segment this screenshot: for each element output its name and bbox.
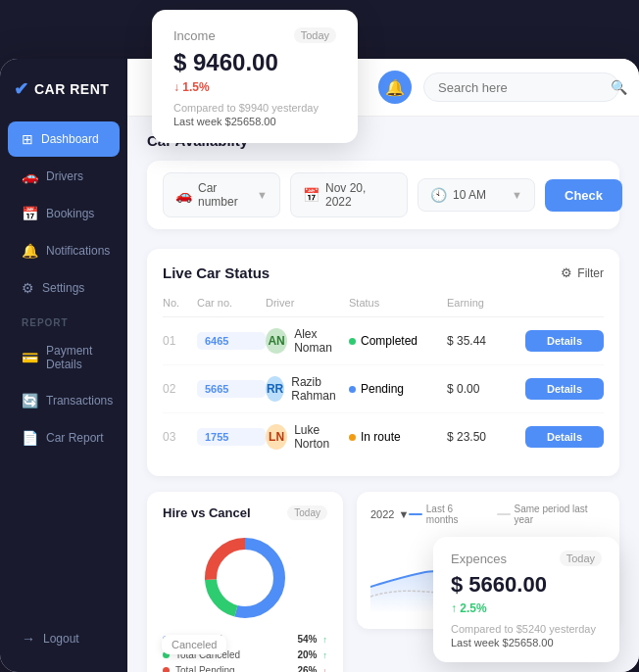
legend-last6: Last 6 months bbox=[409, 504, 485, 525]
drivers-label: Drivers bbox=[46, 169, 83, 183]
sidebar-item-settings[interactable]: ⚙ Settings bbox=[8, 270, 120, 306]
expenses-title: Expences bbox=[451, 552, 507, 566]
live-status-section: Live Car Status ⚙ Filter No. Car no. Dri… bbox=[147, 249, 619, 476]
sidebar-item-notifications[interactable]: 🔔 Notifications bbox=[8, 233, 120, 268]
row3-earning: $ 23.50 bbox=[447, 430, 525, 444]
filter-button[interactable]: ⚙ Filter bbox=[561, 265, 604, 280]
settings-label: Settings bbox=[42, 281, 84, 295]
sidebar-item-car-report[interactable]: 📄 Car Report bbox=[8, 420, 120, 456]
pending-dot bbox=[349, 386, 356, 393]
check-button[interactable]: Check bbox=[545, 179, 622, 212]
search-bar: 🔍 bbox=[423, 72, 619, 102]
logout-icon: → bbox=[22, 631, 35, 647]
row3-carno: 1755 bbox=[197, 428, 266, 446]
row1-driver: AN Alex Noman bbox=[266, 327, 349, 355]
table-row: 02 5665 RR Razib Rahman Pending $ 0.00 D… bbox=[163, 365, 604, 413]
payment-icon: 💳 bbox=[22, 350, 38, 365]
status-header: Live Car Status ⚙ Filter bbox=[163, 264, 604, 281]
row3-num: 03 bbox=[163, 430, 197, 444]
year-arrow: ▼ bbox=[398, 508, 409, 520]
row2-driver: RR Razib Rahman bbox=[266, 375, 349, 403]
live-status-title: Live Car Status bbox=[163, 264, 270, 281]
sidebar: ✔ CAR RENT ⊞ Dashboard 🚗 Drivers 📅 Booki… bbox=[0, 59, 127, 672]
expenses-change: ↑ 2.5% bbox=[451, 601, 602, 615]
income-change: ↓ 1.5% bbox=[173, 80, 336, 94]
legend-same-period: Same period last year bbox=[497, 504, 606, 525]
col-carno: Car no. bbox=[197, 297, 266, 309]
row1-avatar: AN bbox=[266, 328, 287, 354]
year-select[interactable]: 2022 ▼ bbox=[370, 508, 409, 520]
time-arrow: ▼ bbox=[512, 189, 522, 201]
donut-chart bbox=[163, 534, 327, 622]
chart-legend: Last 6 months Same period last year bbox=[409, 504, 606, 525]
time-field[interactable]: 🕙 10 AM ▼ bbox=[418, 178, 535, 212]
expenses-card: Expences Today $ 5660.00 ↑ 2.5% Compared… bbox=[433, 537, 619, 662]
sidebar-item-payment[interactable]: 💳 Payment Details bbox=[8, 334, 120, 381]
row2-status-text: Pending bbox=[361, 382, 404, 396]
row1-earning: $ 35.44 bbox=[447, 334, 525, 348]
sidebar-item-dashboard[interactable]: ⊞ Dashboard bbox=[8, 121, 120, 157]
row2-carno: 5665 bbox=[197, 380, 266, 398]
inroute-dot bbox=[349, 434, 356, 441]
col-status: Status bbox=[349, 297, 447, 309]
car-number-arrow: ▼ bbox=[257, 189, 268, 201]
row1-name: Alex Noman bbox=[294, 327, 349, 355]
row1-details-button[interactable]: Details bbox=[525, 330, 604, 352]
row1-status-text: Completed bbox=[361, 334, 418, 348]
income-title: Income bbox=[173, 28, 216, 43]
sidebar-nav: ⊞ Dashboard 🚗 Drivers 📅 Bookings 🔔 Notif… bbox=[0, 121, 127, 613]
row3-avatar: LN bbox=[266, 424, 287, 450]
expenses-lastweek: Last week $25658.00 bbox=[451, 637, 602, 648]
logo-text: CAR RENT bbox=[34, 81, 109, 97]
col-action bbox=[525, 297, 604, 309]
row2-details-button[interactable]: Details bbox=[525, 378, 604, 400]
row3-name: Luke Norton bbox=[294, 423, 349, 451]
completed-dot bbox=[349, 338, 356, 345]
search-input[interactable] bbox=[438, 80, 603, 95]
notifications-icon: 🔔 bbox=[22, 243, 38, 259]
car-report-icon: 📄 bbox=[22, 430, 38, 446]
income-badge: Today bbox=[294, 27, 336, 43]
time-text: 10 AM bbox=[453, 188, 506, 202]
pending-dot bbox=[163, 667, 170, 672]
settings-icon: ⚙ bbox=[22, 280, 34, 296]
income-card: Income Today $ 9460.00 ↓ 1.5% Compared t… bbox=[152, 10, 358, 143]
row1-status: Completed bbox=[349, 334, 447, 348]
chart-header: 2022 ▼ Last 6 months Same period last ye… bbox=[370, 504, 606, 525]
drivers-icon: 🚗 bbox=[22, 168, 38, 184]
logo: ✔ CAR RENT bbox=[0, 78, 127, 100]
transactions-label: Transactions bbox=[46, 394, 113, 408]
dashboard-label: Dashboard bbox=[41, 132, 99, 146]
logo-icon: ✔ bbox=[14, 78, 28, 100]
table-header: No. Car no. Driver Status Earning bbox=[163, 293, 604, 317]
notifications-bell[interactable]: 🔔 bbox=[378, 71, 412, 104]
sidebar-item-drivers[interactable]: 🚗 Drivers bbox=[8, 159, 120, 194]
car-availability-bar: 🚗 Car number ▼ 📅 Nov 20, 2022 🕙 10 AM ▼ … bbox=[147, 161, 619, 229]
pending-arrow: ↓ bbox=[323, 666, 328, 673]
canceled-arrow: ↑ bbox=[323, 650, 328, 660]
table-row: 01 6465 AN Alex Noman Completed $ 35.44 … bbox=[163, 317, 604, 365]
col-earning: Earning bbox=[447, 297, 525, 309]
hire-cancel-badge: Today bbox=[287, 505, 327, 520]
income-lastweek: Last week $25658.00 bbox=[173, 116, 336, 127]
notifications-label: Notifications bbox=[46, 244, 110, 258]
hire-cancel-title: Hire vs Cancel bbox=[163, 505, 251, 520]
hired-value: 54% bbox=[297, 634, 317, 645]
pending-label: Total Pending bbox=[175, 665, 235, 672]
sidebar-item-transactions[interactable]: 🔄 Transactions bbox=[8, 383, 120, 418]
canceled-text: Canceled bbox=[172, 639, 217, 650]
car-number-field[interactable]: 🚗 Car number ▼ bbox=[163, 172, 280, 217]
row3-details-button[interactable]: Details bbox=[525, 426, 604, 448]
logout-button[interactable]: → Logout bbox=[0, 621, 127, 656]
expenses-badge: Today bbox=[560, 551, 602, 566]
table-row: 03 1755 LN Luke Norton In route $ 23.50 … bbox=[163, 413, 604, 460]
date-field[interactable]: 📅 Nov 20, 2022 bbox=[290, 172, 408, 217]
last6-line bbox=[409, 513, 421, 515]
car-report-label: Car Report bbox=[46, 431, 104, 445]
time-icon: 🕙 bbox=[430, 187, 447, 203]
date-icon: 📅 bbox=[303, 187, 320, 203]
income-compare: Compared to $9940 yesterday bbox=[173, 102, 336, 114]
bookings-label: Bookings bbox=[46, 207, 94, 220]
sidebar-item-bookings[interactable]: 📅 Bookings bbox=[8, 196, 120, 231]
last6-label: Last 6 months bbox=[426, 504, 485, 525]
